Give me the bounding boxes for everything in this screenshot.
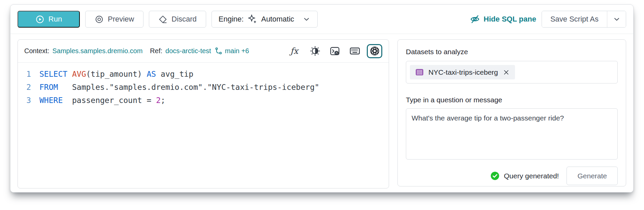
git-branch-icon (214, 47, 223, 56)
sql-runner-window: Run Preview Discard Engine: Automatic (10, 4, 634, 193)
discard-button-label: Discard (171, 15, 197, 24)
question-input[interactable]: What's the average tip for a two-passeng… (406, 109, 617, 159)
generate-button[interactable]: Generate (567, 167, 618, 185)
branch-selector[interactable]: main +6 (214, 47, 249, 56)
run-button[interactable]: Run (18, 11, 80, 28)
generation-status: Query generated! (490, 171, 559, 180)
line-number: 1 (18, 68, 39, 81)
code-text: SELECT AVG(tip_amount) AS avg_tip (39, 68, 193, 81)
play-circle-icon (35, 15, 44, 24)
content-area: Context: Samples.samples.dremio.com Ref:… (10, 34, 633, 188)
contrast-icon (310, 46, 320, 56)
code-text: WHERE passenger_count = 2; (39, 94, 165, 107)
preview-icon (95, 15, 104, 24)
engine-value: Automatic (261, 15, 294, 24)
dataset-chip-label: NYC-taxi-trips-iceberg (428, 68, 498, 76)
engine-label: Engine: (219, 15, 244, 24)
chevron-down-icon (613, 15, 621, 23)
save-script-as-label: Save Script As (550, 15, 599, 24)
sparkle-icon (247, 14, 257, 24)
editor-icon-group: ƒx A (287, 44, 382, 58)
hide-sql-pane-link[interactable]: Hide SQL pane (470, 14, 536, 24)
ai-assistant-panel: Datasets to analyze NYC-taxi-trips-icebe… (397, 39, 626, 186)
preview-button[interactable]: Preview (85, 11, 143, 28)
assistant-footer: Query generated! Generate (406, 167, 618, 185)
theme-contrast-button[interactable] (307, 44, 323, 58)
editor-context-bar: Context: Samples.samples.dremio.com Ref:… (18, 40, 389, 63)
keyboard-icon (349, 45, 360, 57)
code-lines: 1SELECT AVG(tip_amount) AS avg_tip2FROM … (18, 68, 389, 107)
hide-sql-pane-label: Hide SQL pane (484, 15, 536, 24)
line-number: 3 (18, 94, 39, 107)
question-heading: Type in a question or message (406, 96, 618, 104)
svg-text:A: A (335, 51, 338, 55)
discard-eraser-icon (158, 15, 167, 24)
datasets-input[interactable]: NYC-taxi-trips-iceberg (406, 61, 618, 83)
engine-selector[interactable]: Engine: Automatic (212, 11, 318, 28)
functions-button[interactable]: ƒx (287, 44, 303, 58)
svg-text:ƒx: ƒx (289, 46, 299, 56)
ai-assistant-toggle-button[interactable] (367, 44, 382, 58)
terminal-autocomplete-icon: A (329, 46, 340, 57)
ref-label: Ref: (150, 47, 162, 55)
dataset-chip[interactable]: NYC-taxi-trips-iceberg (410, 65, 515, 79)
context-value-link[interactable]: Samples.samples.dremio.com (52, 47, 142, 55)
code-line[interactable]: 2FROM Samples."samples.dremio.com"."NYC-… (18, 81, 389, 94)
code-line[interactable]: 3WHERE passenger_count = 2; (18, 94, 389, 107)
sql-editor-pane: Context: Samples.samples.dremio.com Ref:… (18, 39, 389, 188)
branch-label: main +6 (225, 47, 249, 55)
save-script-menu-button[interactable] (607, 11, 626, 27)
eye-off-icon (470, 14, 480, 24)
toolbar: Run Preview Discard Engine: Automatic (10, 5, 633, 34)
autocomplete-button[interactable]: A (327, 44, 343, 58)
discard-button[interactable]: Discard (149, 11, 206, 28)
check-circle-icon (490, 171, 500, 180)
preview-button-label: Preview (108, 15, 134, 24)
sql-editor[interactable]: 1SELECT AVG(tip_amount) AS avg_tip2FROM … (18, 63, 389, 112)
ref-value-link[interactable]: docs-arctic-test (165, 47, 211, 55)
close-icon[interactable] (503, 69, 510, 76)
generate-button-label: Generate (577, 172, 607, 180)
generation-status-label: Query generated! (504, 172, 559, 180)
fx-icon: ƒx (289, 46, 301, 57)
question-input-wrapper: What's the average tip for a two-passeng… (406, 108, 618, 160)
context-label: Context: (24, 47, 49, 55)
keyboard-shortcuts-button[interactable] (347, 44, 362, 58)
datasets-heading: Datasets to analyze (406, 48, 618, 56)
save-script-as-button[interactable]: Save Script As (542, 11, 607, 27)
code-line[interactable]: 1SELECT AVG(tip_amount) AS avg_tip (18, 68, 389, 81)
save-script-split-button: Save Script As (542, 11, 626, 28)
rosette-ai-icon (369, 46, 380, 56)
dataset-table-icon (415, 68, 424, 77)
line-number: 2 (18, 81, 39, 94)
run-button-label: Run (49, 15, 62, 24)
chevron-down-icon (302, 15, 311, 23)
code-text: FROM Samples."samples.dremio.com"."NYC-t… (39, 81, 319, 94)
